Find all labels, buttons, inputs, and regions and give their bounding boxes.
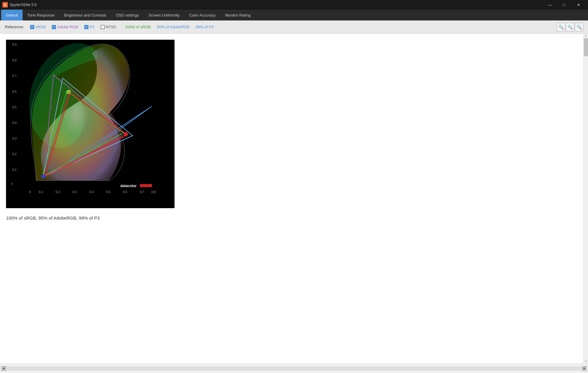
stat-srgb: 100% of sRGB [125, 25, 151, 29]
reference-label: Reference: [5, 25, 24, 29]
svg-rect-34 [140, 184, 152, 187]
tab-monitor-rating[interactable]: Monitor Rating [220, 10, 255, 20]
content-area: 0.9 0.8 0.7 0.6 0.5 0.4 0.3 0.2 0.1 Y X … [0, 34, 583, 363]
svg-text:0.6: 0.6 [12, 90, 17, 93]
tab-color-accuracy[interactable]: Color Accuracy [184, 10, 220, 20]
stat-p3: 99% of P3 [196, 25, 214, 29]
reference-bar: Reference: ✓ sRGB ✓ Adobe RGB ✓ P3 NTSC … [0, 20, 588, 34]
svg-text:0.4: 0.4 [89, 190, 94, 194]
svg-text:Y: Y [11, 183, 13, 186]
main-content: 0.9 0.8 0.7 0.6 0.5 0.4 0.3 0.2 0.1 Y X … [0, 34, 588, 363]
scroll-right-button[interactable]: ► [582, 366, 587, 371]
adobe-rgb-checkbox[interactable]: ✓ [52, 25, 56, 29]
app-icon: S [2, 2, 8, 8]
ref-srgb[interactable]: ✓ sRGB [30, 25, 46, 29]
ntsc-label: NTSC [106, 25, 116, 29]
svg-text:0.7: 0.7 [140, 190, 144, 194]
window-controls: — □ ✕ [543, 0, 586, 10]
svg-text:0.2: 0.2 [56, 190, 60, 194]
adobe-rgb-label: Adobe RGB [57, 25, 78, 29]
ref-ntsc[interactable]: NTSC [101, 25, 116, 29]
svg-text:0.1: 0.1 [12, 168, 17, 171]
zoom-in-button[interactable]: 🔍 [557, 23, 565, 31]
titlebar: S SpyderXElite 5.9 — □ ✕ [0, 0, 588, 10]
minimize-button[interactable]: — [543, 0, 557, 10]
ref-adobe-rgb[interactable]: ✓ Adobe RGB [52, 25, 78, 29]
zoom-fit-button[interactable]: 🔍 [575, 23, 583, 31]
srgb-label: sRGB [36, 25, 46, 29]
vertical-scrollbar[interactable]: ▲ ▼ [583, 34, 588, 363]
svg-text:0.5: 0.5 [106, 190, 110, 194]
svg-text:0.1: 0.1 [39, 190, 43, 194]
tab-brightness-contrast[interactable]: Brightness and Contrast [59, 10, 111, 20]
tab-screen-uniformity[interactable]: Screen Uniformity [144, 10, 184, 20]
result-text: 100% of sRGB, 95% of AdobeRGB, 99% of P3 [6, 215, 577, 220]
scroll-thumb[interactable] [584, 38, 588, 56]
cie-chart: 0.9 0.8 0.7 0.6 0.5 0.4 0.3 0.2 0.1 Y X … [6, 40, 175, 208]
svg-text:0.8: 0.8 [151, 190, 156, 194]
scroll-up-button[interactable]: ▲ [584, 34, 588, 38]
zoom-out-button[interactable]: 🔍 [566, 23, 574, 31]
svg-text:X: X [29, 190, 31, 194]
maximize-button[interactable]: □ [557, 0, 571, 10]
scroll-h-track[interactable] [7, 367, 581, 370]
tab-tone-response[interactable]: Tone Response [23, 10, 59, 20]
svg-text:0.4: 0.4 [12, 121, 17, 125]
p3-checkbox[interactable]: ✓ [84, 25, 88, 29]
app-title: SpyderXElite 5.9 [10, 3, 36, 7]
ref-p3[interactable]: ✓ P3 [84, 25, 94, 29]
scroll-left-button[interactable]: ◄ [1, 366, 6, 371]
p3-label: P3 [90, 25, 94, 29]
tab-gamut[interactable]: Gamut [1, 10, 23, 20]
svg-text:0.2: 0.2 [12, 153, 17, 156]
srgb-checkbox[interactable]: ✓ [30, 25, 34, 29]
svg-text:0.8: 0.8 [12, 59, 17, 62]
svg-text:0.7: 0.7 [12, 74, 17, 78]
tab-osd-settings[interactable]: OSD settings [111, 10, 144, 20]
svg-text:0.3: 0.3 [12, 137, 17, 140]
svg-text:0.9: 0.9 [12, 43, 17, 46]
horizontal-scrollbar: ◄ ► [0, 363, 588, 373]
navbar: Gamut Tone Response Brightness and Contr… [0, 10, 588, 20]
close-button[interactable]: ✕ [572, 0, 586, 10]
svg-text:0.5: 0.5 [12, 106, 17, 109]
ntsc-checkbox[interactable] [101, 25, 105, 29]
svg-text:datacolor: datacolor [120, 184, 137, 188]
svg-text:0.3: 0.3 [73, 190, 77, 194]
stat-adobe: 95% of AdobeRGB [157, 25, 190, 29]
svg-text:0.6: 0.6 [123, 190, 127, 194]
scroll-down-button[interactable]: ▼ [584, 359, 588, 363]
zoom-controls: 🔍 🔍 🔍 [557, 23, 583, 31]
